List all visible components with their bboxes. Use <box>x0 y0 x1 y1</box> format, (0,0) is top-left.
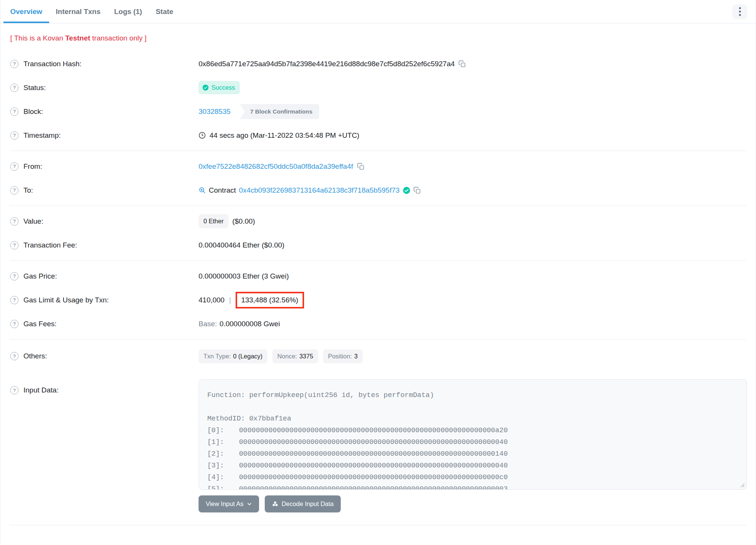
value-badge: 0 Ether <box>199 214 228 228</box>
row-label: Gas Fees: <box>23 320 57 328</box>
help-icon[interactable]: ? <box>10 107 19 116</box>
tabbar-spacer <box>180 0 732 23</box>
position-badge: Position: 3 <box>323 349 362 363</box>
gas-separator: | <box>229 296 231 304</box>
input-function-line: Function: performUpkeep(uint256 id, byte… <box>207 389 738 401</box>
word-value: 0000000000000000000000000000000000000000… <box>239 472 508 483</box>
label-cell: ? Transaction Fee: <box>10 241 199 249</box>
help-icon[interactable]: ? <box>10 84 19 92</box>
decode-input-data-label: Decode Input Data <box>282 500 334 508</box>
tab-overview[interactable]: Overview <box>3 0 49 23</box>
decode-input-data-button[interactable]: Decode Input Data <box>265 495 341 512</box>
input-methodid-line: MethodID: 0x7bbaf1ea <box>207 413 738 425</box>
input-data-textarea[interactable]: Function: performUpkeep(uint256 id, byte… <box>199 379 747 490</box>
row-label: Gas Limit & Usage by Txn: <box>23 296 109 304</box>
to-address-link[interactable]: 0x4cb093f226983713164a62138c3f718a5b595f… <box>239 186 400 195</box>
word-index: [4]: <box>207 472 239 483</box>
resize-handle[interactable] <box>739 482 745 487</box>
row-input-data: ? Input Data: Function: performUpkeep(ui… <box>0 369 756 522</box>
badge-label: Position: <box>328 353 352 360</box>
row-status: ? Status: Success <box>0 76 756 100</box>
label-cell: ? Block: <box>10 107 199 116</box>
transaction-hash-value: 0x86ed5a771e725aa94d5b7fa2398e4419e216d8… <box>199 60 455 68</box>
gas-base-value: 0.000000008 Gwei <box>220 320 280 328</box>
more-options-button[interactable] <box>732 4 747 19</box>
from-address-link[interactable]: 0xfee7522e8482682cf50ddc50a0f8da2a39effa… <box>199 162 353 171</box>
tab-state[interactable]: State <box>149 0 180 23</box>
row-transaction-hash: ? Transaction Hash: 0x86ed5a771e725aa94d… <box>0 52 756 76</box>
gas-limit-value: 410,000 <box>199 296 225 304</box>
notice-prefix: [ This is a Kovan <box>10 34 65 42</box>
help-icon[interactable]: ? <box>10 60 19 68</box>
gas-price-value: 0.000000003 Ether (3 Gwei) <box>199 272 289 280</box>
badge-value: 3375 <box>299 353 313 360</box>
value-usd: ($0.00) <box>232 217 255 226</box>
tab-internal-txns[interactable]: Internal Txns <box>49 0 107 23</box>
help-icon[interactable]: ? <box>10 217 19 226</box>
transaction-fee-value: 0.000400464 Ether ($0.00) <box>199 241 284 249</box>
section-others-input: ? Others: Txn Type: 0 (Legacy) Nonce: 33… <box>0 339 756 525</box>
input-word-row: [2]:000000000000000000000000000000000000… <box>207 448 738 460</box>
timestamp-value: 44 secs ago (Mar-11-2022 03:54:48 PM +UT… <box>210 131 359 140</box>
row-others: ? Others: Txn Type: 0 (Legacy) Nonce: 33… <box>0 343 756 369</box>
input-word-row: [1]:000000000000000000000000000000000000… <box>207 436 738 448</box>
label-cell: ? Input Data: <box>10 379 199 394</box>
word-index: [5]: <box>207 483 239 490</box>
word-index: [2]: <box>207 448 239 460</box>
label-cell: ? To: <box>10 186 199 195</box>
help-icon[interactable]: ? <box>10 296 19 304</box>
input-word-row: [4]:000000000000000000000000000000000000… <box>207 472 738 483</box>
copy-button[interactable] <box>458 60 466 68</box>
help-icon[interactable]: ? <box>10 352 19 360</box>
row-gas-price: ? Gas Price: 0.000000003 Ether (3 Gwei) <box>0 264 756 288</box>
copy-button[interactable] <box>357 163 365 170</box>
word-index: [3]: <box>207 460 239 472</box>
copy-icon <box>357 163 365 170</box>
word-value: 0000000000000000000000000000000000000000… <box>239 483 508 490</box>
row-label: Input Data: <box>23 386 59 394</box>
word-value: 0000000000000000000000000000000000000000… <box>239 436 508 448</box>
section-from-to: ? From: 0xfee7522e8482682cf50ddc50a0f8da… <box>0 151 756 206</box>
row-block: ? Block: 30328535 7 Block Confirmations <box>0 100 756 123</box>
gas-usage-annotation: 133,488 (32.56%) <box>236 292 304 308</box>
row-label: Value: <box>23 217 43 226</box>
zoom-in-icon[interactable] <box>199 187 206 194</box>
row-label: From: <box>23 162 42 171</box>
help-icon[interactable]: ? <box>10 320 19 328</box>
tab-logs[interactable]: Logs (1) <box>107 0 149 23</box>
copy-button[interactable] <box>413 187 421 194</box>
block-number-link[interactable]: 30328535 <box>199 107 231 116</box>
transaction-card: Overview Internal Txns Logs (1) State [ … <box>0 0 756 545</box>
to-contract-word: Contract <box>209 186 236 195</box>
testnet-notice: [ This is a Kovan Testnet transaction on… <box>0 23 756 48</box>
label-cell: ? From: <box>10 162 199 171</box>
tab-bar: Overview Internal Txns Logs (1) State <box>0 0 756 23</box>
word-value: 0000000000000000000000000000000000000000… <box>239 448 508 460</box>
copy-icon <box>458 60 466 68</box>
label-cell: ? Timestamp: <box>10 131 199 140</box>
verified-check-icon <box>403 187 410 194</box>
help-icon[interactable]: ? <box>10 162 19 171</box>
help-icon[interactable]: ? <box>10 241 19 249</box>
help-icon[interactable]: ? <box>10 131 19 140</box>
row-from: ? From: 0xfee7522e8482682cf50ddc50a0f8da… <box>0 154 756 178</box>
label-cell: ? Transaction Hash: <box>10 60 199 68</box>
row-label: Transaction Fee: <box>23 241 77 249</box>
input-word-row: [0]:000000000000000000000000000000000000… <box>207 425 738 436</box>
help-icon[interactable]: ? <box>10 186 19 195</box>
kebab-icon <box>739 7 741 16</box>
status-text: Success <box>211 84 235 91</box>
row-gas-fees: ? Gas Fees: Base: 0.000000008 Gwei <box>0 312 756 336</box>
help-icon[interactable]: ? <box>10 272 19 280</box>
label-cell: ? Others: <box>10 352 199 360</box>
view-input-as-label: View Input As <box>206 500 244 508</box>
decode-icon <box>272 501 278 507</box>
badge-value: 0 (Legacy) <box>233 353 262 360</box>
input-data-actions: View Input As Decode Input Data <box>199 495 747 512</box>
word-value: 0000000000000000000000000000000000000000… <box>239 425 508 436</box>
help-icon[interactable]: ? <box>10 386 19 394</box>
view-input-as-button[interactable]: View Input As <box>199 495 259 512</box>
badge-label: Txn Type: <box>203 353 231 360</box>
row-label: Others: <box>23 352 47 360</box>
label-cell: ? Gas Limit & Usage by Txn: <box>10 296 199 304</box>
